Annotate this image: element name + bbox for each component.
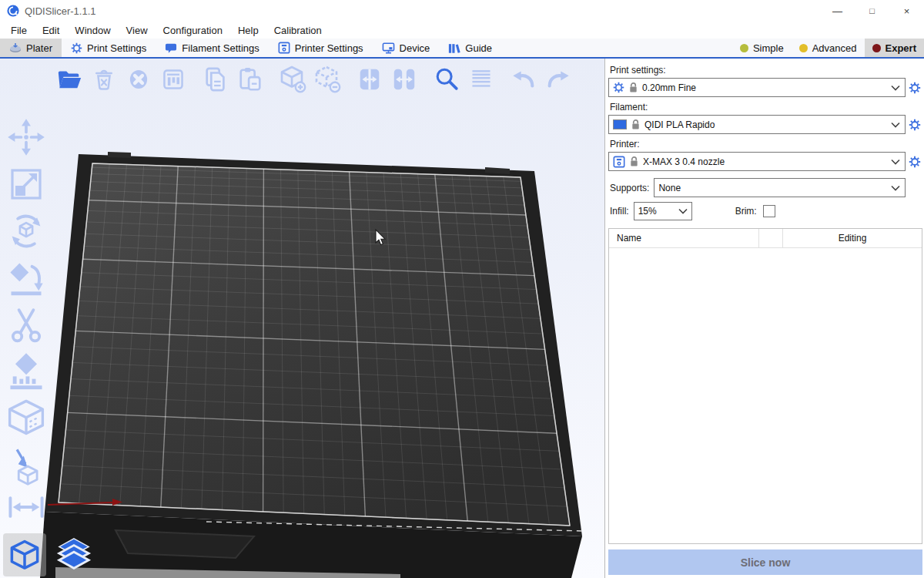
- menu-bar: File Edit Window View Configuration Help…: [0, 22, 924, 39]
- menu-calibration[interactable]: Calibration: [266, 22, 330, 39]
- paste-button[interactable]: [236, 65, 264, 94]
- gear-icon: [909, 82, 921, 94]
- place-on-face-icon: [6, 258, 46, 298]
- view-3d-editor-button[interactable]: [3, 533, 46, 576]
- build-plate-scene: [0, 59, 605, 578]
- mode-advanced[interactable]: Advanced: [792, 39, 865, 57]
- print-settings-gear-button[interactable]: [907, 82, 922, 94]
- open-button[interactable]: [55, 65, 83, 94]
- slice-now-button[interactable]: Slice now: [608, 549, 922, 575]
- menu-file[interactable]: File: [3, 22, 35, 39]
- infill-select[interactable]: 15%: [634, 202, 692, 220]
- close-button[interactable]: ×: [889, 0, 924, 22]
- column-icons: [758, 229, 783, 247]
- print-settings-select[interactable]: 0.20mm Fine: [608, 78, 906, 97]
- printer-icon: [613, 156, 625, 168]
- distance-icon: [6, 494, 46, 520]
- menu-edit[interactable]: Edit: [35, 22, 67, 39]
- layers-preview-icon: [56, 537, 92, 573]
- lock-icon: [629, 156, 639, 167]
- seam-cube-button[interactable]: [5, 446, 48, 486]
- search-icon: [434, 66, 460, 93]
- tab-guide[interactable]: Guide: [439, 39, 501, 57]
- column-editing: Editing: [783, 233, 922, 244]
- viewport-3d[interactable]: [0, 59, 605, 578]
- tab-device[interactable]: Device: [373, 39, 440, 57]
- chevron-down-icon: [891, 122, 900, 128]
- search-button[interactable]: [433, 65, 460, 94]
- distance-button[interactable]: [5, 493, 48, 521]
- brim-checkbox[interactable]: [763, 205, 775, 217]
- supports-select[interactable]: None: [654, 178, 906, 197]
- add-instance-button[interactable]: [279, 65, 306, 94]
- redo-arrow-icon: [544, 66, 572, 92]
- view-preview-button[interactable]: [52, 533, 95, 576]
- gear-icon: [71, 42, 82, 54]
- infill-label: Infill:: [610, 206, 629, 217]
- menu-window[interactable]: Window: [67, 22, 118, 39]
- place-on-face-button[interactable]: [5, 258, 48, 298]
- simple-dot-icon: [740, 44, 748, 52]
- filament-icon: [165, 42, 177, 54]
- tab-bar: Plater Print Settings Filament Settings …: [0, 39, 924, 59]
- left-toolbar: [5, 117, 48, 521]
- menu-configuration[interactable]: Configuration: [156, 22, 230, 39]
- minimize-button[interactable]: —: [820, 0, 855, 22]
- tab-printer-settings[interactable]: Printer Settings: [269, 39, 373, 57]
- expert-dot-icon: [872, 44, 881, 52]
- top-toolbar: [55, 65, 572, 94]
- move-button[interactable]: [5, 117, 48, 157]
- app-logo-icon: [7, 5, 19, 17]
- delete-button[interactable]: [90, 65, 118, 94]
- window-title: QIDISlicer-1.1.1: [25, 5, 95, 17]
- filament-value: QIDI PLA Rapido: [644, 119, 887, 130]
- gear-icon: [909, 119, 921, 131]
- settings-panel: Print settings: 0.20mm Fine: [605, 59, 924, 578]
- split-parts-icon: [391, 66, 417, 93]
- infill-value: 15%: [638, 206, 678, 217]
- filament-select[interactable]: QIDI PLA Rapido: [608, 115, 906, 134]
- tab-plater[interactable]: Plater: [0, 39, 62, 57]
- object-list-header: Name Editing: [609, 229, 922, 248]
- undo-button[interactable]: [510, 65, 537, 94]
- delete-all-button[interactable]: [125, 65, 152, 94]
- filament-color-swatch: [613, 119, 627, 129]
- paint-supports-button[interactable]: [5, 352, 48, 392]
- menu-help[interactable]: Help: [230, 22, 266, 39]
- scale-button[interactable]: [5, 164, 48, 204]
- split-objects-icon: [357, 66, 383, 93]
- cut-button[interactable]: [5, 305, 48, 345]
- filament-gear-button[interactable]: [907, 119, 922, 131]
- printer-gear-button[interactable]: [907, 156, 922, 168]
- mode-expert[interactable]: Expert: [865, 39, 924, 57]
- monitor-icon: [382, 42, 395, 54]
- column-name: Name: [609, 233, 758, 244]
- copy-button[interactable]: [202, 65, 229, 94]
- variable-layer-height-button[interactable]: [467, 65, 495, 94]
- object-list-table[interactable]: Name Editing: [608, 228, 922, 544]
- split-to-objects-button[interactable]: [356, 65, 383, 94]
- print-settings-label: Print settings:: [610, 65, 922, 76]
- delete-all-icon: [126, 66, 151, 92]
- tab-print-settings[interactable]: Print Settings: [62, 39, 156, 57]
- object-list-body[interactable]: [609, 248, 922, 543]
- undo-arrow-icon: [510, 66, 537, 92]
- measure-cube-icon: [5, 398, 47, 441]
- menu-view[interactable]: View: [119, 22, 156, 39]
- move-icon: [6, 117, 46, 157]
- scale-icon: [7, 166, 45, 203]
- maximize-button[interactable]: □: [855, 0, 889, 22]
- remove-instance-button[interactable]: [313, 65, 341, 94]
- title-bar: QIDISlicer-1.1.1 — □ ×: [0, 0, 924, 22]
- measure-cube-button[interactable]: [5, 399, 48, 439]
- mode-simple[interactable]: Simple: [732, 39, 792, 57]
- redo-button[interactable]: [544, 65, 572, 94]
- copy-icon: [203, 66, 229, 93]
- split-to-parts-button[interactable]: [390, 65, 418, 94]
- tab-filament-settings[interactable]: Filament Settings: [156, 39, 268, 57]
- layer-lines-icon: [469, 66, 494, 92]
- arrange-button[interactable]: [159, 65, 187, 94]
- printer-select[interactable]: X-MAX 3 0.4 nozzle: [608, 152, 906, 171]
- rotate-button[interactable]: [5, 211, 48, 251]
- brim-label: Brim:: [735, 206, 757, 217]
